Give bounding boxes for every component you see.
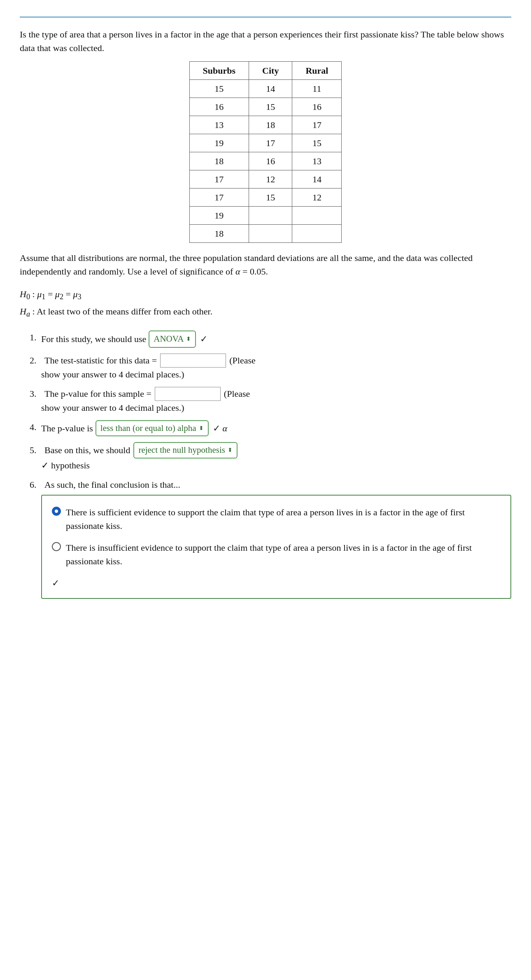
radio-circle-2[interactable] [52,542,61,551]
table-row: 131817 [189,116,342,134]
cell-r3-c1: 17 [249,134,292,152]
table-row: 161516 [189,98,342,116]
cell-r4-c2: 13 [292,152,342,170]
q4-dropdown[interactable]: less than (or equal to) alpha ⬍ [95,420,209,437]
cell-r8-c2 [292,225,342,243]
q5-label: Base on this, we should [44,443,130,457]
table-row: 151411 [189,80,342,98]
cell-r8-c1 [249,225,292,243]
question-1: 1. For this study, we should use ANOVA ⬍… [30,331,511,348]
q6-number: 6. [30,478,41,491]
table-row: 181613 [189,152,342,170]
bottom-checkmark: ✓ [52,576,498,590]
cell-r4-c1: 16 [249,152,292,170]
radio-option-2[interactable]: There is insufficient evidence to suppor… [52,541,498,568]
col-header-city: City [249,62,292,80]
top-border [20,16,511,18]
cell-r1-c1: 15 [249,98,292,116]
q1-label: For this study, we should use [41,332,146,346]
cell-r0-c0: 15 [189,80,249,98]
question-5: 5. Base on this, we should reject the nu… [30,442,511,472]
q4-number: 4. [30,420,41,434]
conclusion-box: There is sufficient evidence to support … [41,495,511,599]
cell-r7-c0: 19 [189,207,249,225]
table-row: 18 [189,225,342,243]
cell-r1-c2: 16 [292,98,342,116]
table-row: 191715 [189,134,342,152]
cell-r2-c0: 13 [189,116,249,134]
table-row: 19 [189,207,342,225]
q1-dropdown[interactable]: ANOVA ⬍ [149,331,196,348]
chevron-down-icon: ⬍ [228,446,233,454]
h0: H0 : μ1 = μ2 = μ3 [20,286,511,304]
q3-please: (Please [224,387,250,400]
col-header-suburbs: Suburbs [189,62,249,80]
cell-r8-c0: 18 [189,225,249,243]
cell-r6-c0: 17 [189,189,249,207]
q1-dropdown-value: ANOVA [154,332,184,346]
q5-line2: ✓ hypothesis [41,459,511,472]
ha: Ha : At least two of the means differ fr… [20,304,511,321]
q3-line2: show your answer to 4 decimal places.) [41,401,511,414]
q5-number: 5. [30,443,41,457]
radio-text-2: There is insufficient evidence to suppor… [66,541,498,568]
table-row: 171512 [189,189,342,207]
q4-label: The p-value is [41,421,93,435]
q1-number: 1. [30,331,41,344]
q5-hypothesis-label: hypothesis [51,459,90,472]
cell-r0-c1: 14 [249,80,292,98]
chevron-down-icon: ⬍ [186,335,191,344]
q5-check-icon: ✓ [41,459,49,472]
q1-text: For this study, we should use ANOVA ⬍ ✓ [41,331,207,348]
assumptions-text: Assume that all distributions are normal… [20,251,511,278]
cell-r1-c0: 16 [189,98,249,116]
q3-input[interactable] [155,387,221,401]
radio-circle-1[interactable] [52,507,61,516]
q3-label: The p-value for this sample = [44,387,151,400]
cell-r5-c2: 14 [292,170,342,189]
intro-text: Is the type of area that a person lives … [20,28,511,55]
q5-dropdown[interactable]: reject the null hypothesis ⬍ [133,442,238,459]
q4-alpha: α [223,421,228,435]
q4-row: The p-value is less than (or equal to) a… [41,420,227,437]
q2-input[interactable] [160,354,226,368]
question-3: 3. The p-value for this sample = (Please… [30,387,511,414]
cell-r2-c2: 17 [292,116,342,134]
cell-r3-c2: 15 [292,134,342,152]
q5-dropdown-value: reject the null hypothesis [138,444,225,457]
cell-r7-c1 [249,207,292,225]
data-table: Suburbs City Rural 151411161516131817191… [189,61,342,243]
question-6: 6. As such, the final conclusion is that… [30,478,511,599]
hypothesis-block: H0 : μ1 = μ2 = μ3 Ha : At least two of t… [20,286,511,321]
questions-list: 1. For this study, we should use ANOVA ⬍… [30,331,511,599]
question-4: 4. The p-value is less than (or equal to… [30,420,511,437]
cell-r3-c0: 19 [189,134,249,152]
col-header-rural: Rural [292,62,342,80]
cell-r5-c0: 17 [189,170,249,189]
radio-option-1[interactable]: There is sufficient evidence to support … [52,505,498,533]
cell-r4-c0: 18 [189,152,249,170]
cell-r0-c2: 11 [292,80,342,98]
q3-number: 3. [30,387,41,400]
question-2: 2. The test-statistic for this data = (P… [30,354,511,381]
q2-line2: show your answer to 4 decimal places.) [41,368,511,381]
cell-r5-c1: 12 [249,170,292,189]
table-row: 171214 [189,170,342,189]
q2-number: 2. [30,354,41,367]
cell-r7-c2 [292,207,342,225]
q2-please: (Please [229,354,256,367]
cell-r6-c1: 15 [249,189,292,207]
q4-dropdown-value: less than (or equal to) alpha [100,422,196,435]
cell-r2-c1: 18 [249,116,292,134]
q4-checkmark: ✓ [213,421,220,435]
radio-text-1: There is sufficient evidence to support … [66,505,498,533]
cell-r6-c2: 12 [292,189,342,207]
data-table-wrapper: Suburbs City Rural 151411161516131817191… [20,61,511,243]
q2-label: The test-statistic for this data = [44,354,157,367]
chevron-down-icon: ⬍ [199,424,204,433]
q1-checkmark: ✓ [200,332,207,346]
q6-label: As such, the final conclusion is that... [44,478,180,491]
